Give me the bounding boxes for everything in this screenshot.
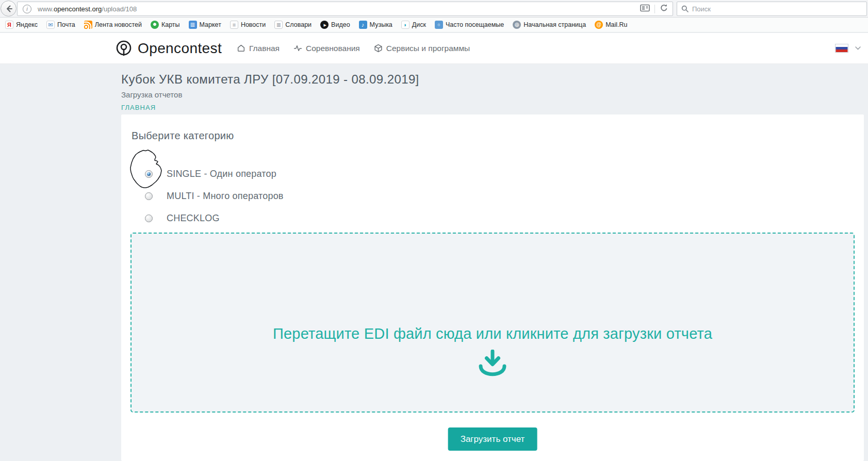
bookmark-yandex[interactable]: ЯЯндекс	[5, 21, 38, 29]
reload-icon[interactable]	[660, 4, 668, 14]
nav-item-services[interactable]: Сервисы и программы	[374, 44, 470, 53]
search-placeholder: Поиск	[692, 5, 711, 13]
browser-search-input[interactable]: Поиск	[677, 2, 867, 16]
video-icon: ▶	[320, 21, 329, 29]
russia-flag-icon	[835, 44, 848, 53]
upload-report-button[interactable]: Загрузить отчет	[448, 427, 537, 451]
nav-item-home[interactable]: Главная	[237, 44, 280, 53]
news-icon: ≡	[230, 21, 238, 29]
url-bar[interactable]: i www.opencontest.org/upload/108	[17, 2, 673, 16]
radio-button-multi[interactable]	[145, 192, 153, 200]
activity-icon	[293, 44, 302, 53]
package-icon	[374, 44, 383, 53]
bookmark-market[interactable]: ▥Маркет	[189, 21, 221, 29]
language-selector[interactable]	[835, 33, 861, 63]
nav-item-contests[interactable]: Соревнования	[293, 44, 360, 53]
opencontest-logo-icon	[114, 39, 133, 58]
maps-icon	[151, 21, 159, 29]
bookmark-news-feed[interactable]: Лента новостей	[84, 21, 142, 29]
download-icon	[477, 350, 509, 380]
bookmark-video[interactable]: ▶Видео	[320, 21, 350, 29]
frequent-pages-icon: ○	[435, 21, 443, 29]
back-button[interactable]	[1, 1, 17, 17]
radio-option-single[interactable]: SINGLE - Один оператор	[145, 168, 284, 179]
bookmark-disk[interactable]: ◗Диск	[401, 21, 426, 29]
page-subtitle: Загрузка отчетов	[121, 90, 419, 99]
radio-label[interactable]: CHECKLOG	[167, 213, 220, 224]
brand-name: Opencontest	[138, 40, 222, 57]
bookmark-frequent[interactable]: ○Часто посещаемые	[435, 21, 504, 29]
back-arrow-icon	[5, 5, 13, 13]
bookmark-maps[interactable]: Карты	[151, 21, 180, 29]
home-breadcrumb-link[interactable]: ГЛАВНАЯ	[121, 104, 156, 111]
dropzone-text: Перетащите EDI файл сюда или кликните дл…	[273, 325, 712, 342]
yandex-icon: Я	[5, 21, 13, 29]
bookmark-music[interactable]: ♪Музыка	[359, 21, 392, 29]
home-page-icon: ⊕	[513, 21, 521, 29]
main-nav: Главная Соревнования Сервисы и программы	[237, 33, 470, 63]
home-icon	[237, 44, 245, 53]
category-legend: Выберите категорию	[132, 130, 234, 142]
page-info-icon[interactable]: i	[23, 5, 31, 13]
category-radio-group: SINGLE - Один оператор MULTI - Много опе…	[145, 168, 284, 235]
toolbar-divider	[654, 5, 655, 13]
bookmark-home-page[interactable]: ⊕Начальная страница	[513, 21, 586, 29]
radio-option-multi[interactable]: MULTI - Много операторов	[145, 190, 284, 202]
file-dropzone[interactable]: Перетащите EDI файл сюда или кликните дл…	[130, 233, 855, 413]
reader-mode-icon[interactable]	[640, 4, 650, 14]
bookmark-dictionaries[interactable]: ≣Словари	[274, 21, 312, 29]
rss-icon	[84, 21, 92, 29]
bookmark-news[interactable]: ≡Новости	[230, 21, 266, 29]
market-icon: ▥	[189, 21, 197, 29]
page-title: Кубок УКВ комитета ЛРУ [07.09.2019 - 08.…	[121, 72, 419, 87]
site-header: Opencontest Главная Соревнования Сервисы…	[0, 33, 868, 64]
browser-toolbar: i www.opencontest.org/upload/108 Поиск	[0, 0, 868, 18]
radio-label[interactable]: SINGLE - Один оператор	[167, 169, 276, 179]
bookmark-mail[interactable]: ✉Почта	[46, 21, 75, 29]
upload-card: Выберите категорию SINGLE - Один операто…	[121, 114, 864, 461]
radio-option-checklog[interactable]: CHECKLOG	[145, 212, 284, 224]
radio-label[interactable]: MULTI - Много операторов	[167, 191, 284, 202]
music-icon: ♪	[359, 21, 367, 29]
dictionary-icon: ≣	[274, 21, 283, 29]
search-icon	[681, 5, 689, 12]
bookmark-mailru[interactable]: @Mail.Ru	[595, 21, 627, 29]
bookmarks-bar: ЯЯндекс ✉Почта Лента новостей Карты ▥Мар…	[0, 18, 868, 32]
page-content: Кубок УКВ комитета ЛРУ [07.09.2019 - 08.…	[0, 64, 868, 461]
chevron-down-icon	[855, 46, 861, 50]
brand-logo[interactable]: Opencontest	[114, 33, 222, 63]
mailru-icon: @	[595, 21, 603, 29]
radio-button-single[interactable]	[145, 170, 153, 178]
disk-icon: ◗	[401, 21, 410, 29]
radio-button-checklog[interactable]	[145, 215, 153, 222]
mail-icon: ✉	[46, 21, 55, 29]
url-text: www.opencontest.org/upload/108	[38, 5, 137, 13]
